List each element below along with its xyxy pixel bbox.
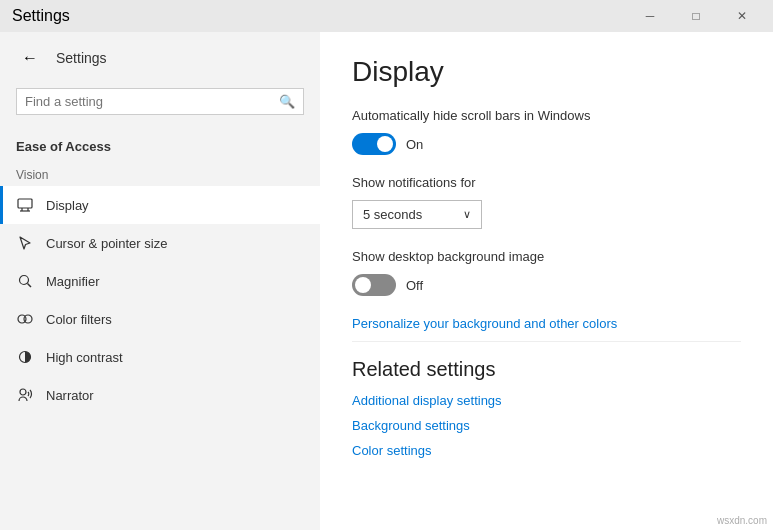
vision-label: Vision [0,162,320,186]
chevron-down-icon: ∨ [463,208,471,221]
sidebar: ← Settings 🔍 Ease of Access Vision Displ… [0,32,320,530]
dropdown-row: Show notifications for 5 seconds ∨ [352,175,741,229]
nav-item-high-contrast[interactable]: High contrast [0,338,320,376]
setting2-label: Show notifications for [352,175,741,190]
personalize-link[interactable]: Personalize your background and other co… [352,316,741,331]
nav-label-cursor: Cursor & pointer size [46,236,167,251]
cursor-icon [16,234,34,252]
page-title: Display [352,56,741,88]
nav-label-high-contrast: High contrast [46,350,123,365]
svg-point-4 [20,276,29,285]
titlebar-title: Settings [12,7,70,25]
search-input[interactable] [25,94,273,109]
sidebar-header: ← Settings [0,32,320,84]
nav-label-color-filters: Color filters [46,312,112,327]
setting1-label: Automatically hide scroll bars in Window… [352,108,741,123]
titlebar: Settings ─ □ ✕ [0,0,773,32]
toggle2-knob [355,277,371,293]
toggle2-label: Off [406,278,423,293]
dropdown-value: 5 seconds [363,207,422,222]
setting3-label: Show desktop background image [352,249,741,264]
related-header: Related settings [352,358,741,381]
nav-item-cursor[interactable]: Cursor & pointer size [0,224,320,262]
nav-item-magnifier[interactable]: Magnifier [0,262,320,300]
back-icon: ← [22,49,38,67]
toggle1-knob [377,136,393,152]
titlebar-left: Settings [12,7,70,25]
related-link-3[interactable]: Color settings [352,443,741,458]
content-panel: Display Automatically hide scroll bars i… [320,32,773,530]
svg-line-5 [28,284,32,288]
nav-label-narrator: Narrator [46,388,94,403]
nav-item-display[interactable]: Display [0,186,320,224]
divider [352,341,741,342]
toggle1-label: On [406,137,423,152]
color-filters-icon [16,310,34,328]
search-box[interactable]: 🔍 [16,88,304,115]
toggle1-row: On [352,133,741,155]
high-contrast-icon [16,348,34,366]
toggle1[interactable] [352,133,396,155]
close-button[interactable]: ✕ [719,0,765,32]
section-title: Ease of Access [0,131,320,162]
app-body: ← Settings 🔍 Ease of Access Vision Displ… [0,32,773,530]
nav-label-display: Display [46,198,89,213]
nav-item-narrator[interactable]: Narrator [0,376,320,414]
svg-point-7 [24,315,32,323]
svg-rect-0 [18,199,32,208]
sidebar-app-title: Settings [56,50,107,66]
related-link-1[interactable]: Additional display settings [352,393,741,408]
notifications-dropdown[interactable]: 5 seconds ∨ [352,200,482,229]
titlebar-controls: ─ □ ✕ [627,0,765,32]
magnifier-icon [16,272,34,290]
display-icon [16,196,34,214]
back-button[interactable]: ← [16,44,44,72]
minimize-button[interactable]: ─ [627,0,673,32]
toggle2[interactable] [352,274,396,296]
maximize-button[interactable]: □ [673,0,719,32]
narrator-icon [16,386,34,404]
search-icon: 🔍 [279,94,295,109]
nav-label-magnifier: Magnifier [46,274,99,289]
toggle2-row: Off [352,274,741,296]
nav-item-color-filters[interactable]: Color filters [0,300,320,338]
svg-point-9 [20,389,26,395]
related-link-2[interactable]: Background settings [352,418,741,433]
